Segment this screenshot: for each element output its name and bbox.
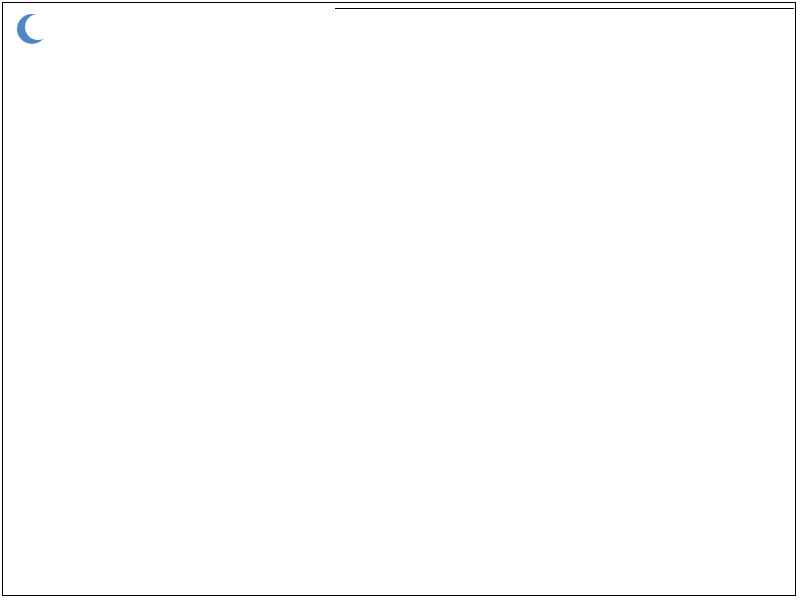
showskymap-window — [0, 0, 800, 600]
skymap-plot — [0, 0, 800, 600]
lowell-digisonde-logo — [8, 6, 128, 50]
header-separator — [335, 8, 794, 9]
legend-negative — [668, 516, 682, 532]
doppler-colorbar — [593, 340, 612, 578]
window-border — [2, 2, 796, 596]
white-arc-markers — [291, 144, 306, 489]
crescent-icon — [8, 6, 54, 50]
legend-positive — [668, 396, 682, 412]
